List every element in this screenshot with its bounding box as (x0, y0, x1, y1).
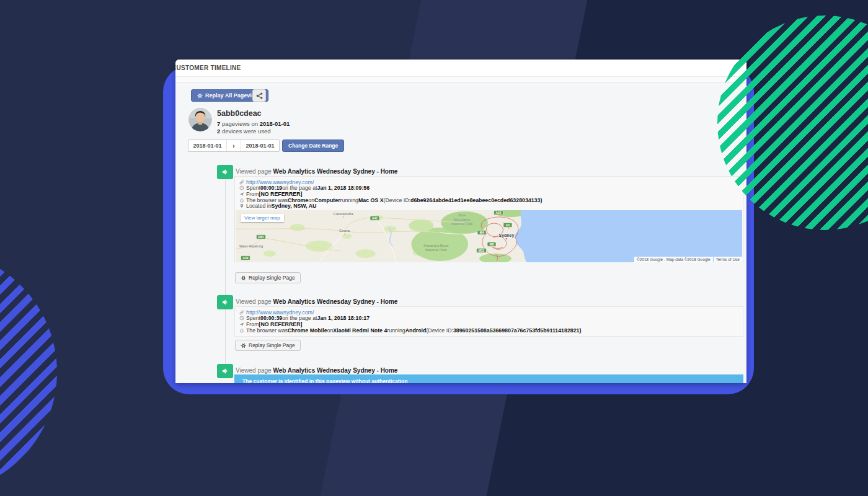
badge-a32: A32 (496, 211, 502, 215)
entry-title: Viewed page Web Analytics Wednesday Sydn… (236, 367, 397, 374)
map-label-kanangra-2: National Park (425, 248, 447, 252)
map-canvas: Canowindra Cowra West Wyalong Kanangra B… (236, 210, 742, 262)
map-attribution: ©2018 Google - Map data ©2018 Google Ter… (634, 257, 742, 262)
device-home-icon (239, 328, 244, 333)
pageview-event-icon (217, 364, 233, 378)
replay-gear-icon (241, 275, 246, 281)
visitor-avatar (188, 108, 212, 131)
map-label-canowindra: Canowindra (334, 212, 354, 216)
pageview-event-icon (217, 295, 233, 309)
map-label-blue-2: Mountains (454, 218, 471, 221)
devices-text: devices were used (220, 128, 270, 135)
badge-b64: B64 (259, 236, 264, 239)
badge-m31: M31 (479, 249, 485, 252)
badge-a41: A41 (372, 217, 378, 220)
replay-single-label: Replay Single Page (249, 275, 295, 281)
time-spent-line: Spent 00:00:19 on the page at Jan 1, 201… (239, 185, 738, 192)
location-map[interactable]: Canowindra Cowra West Wyalong Kanangra B… (236, 210, 742, 262)
device-home-icon (239, 198, 244, 203)
viewed-page-label: Viewed page (236, 168, 273, 175)
identified-customer-banner: The customer is identified in this pagev… (234, 374, 743, 383)
badge-m8: M8 (490, 243, 494, 246)
timeline-connector (225, 170, 226, 374)
replay-gear-icon (241, 343, 246, 348)
map-label-cowra: Cowra (339, 229, 350, 232)
pageviews-summary: 7 pageviews on 2018-01-01 (217, 120, 290, 127)
map-label-blue-3: National Park (451, 222, 473, 226)
clock-icon (239, 185, 244, 190)
location-pin-icon (239, 203, 244, 208)
devices-summary: 2 devices were used (217, 128, 271, 135)
speaker-icon (222, 169, 229, 175)
page-url-link[interactable]: http://www.wawsydney.com/ (246, 309, 314, 316)
share-button[interactable] (252, 89, 266, 102)
viewed-page-label: Viewed page (236, 367, 273, 374)
clock-icon (239, 316, 244, 321)
page-title-text: Web Analytics Wednesday Sydney - Home (273, 168, 397, 175)
map-label-kanangra-1: Kanangra Boyd (423, 244, 448, 247)
browser-line: The browser was Chrome on Computer runni… (239, 197, 738, 203)
referrer-line: From [NO REFERRER] (239, 191, 738, 197)
change-date-range-button[interactable]: Change Date Range (282, 140, 344, 152)
link-icon (239, 180, 244, 185)
map-label-sydney: Sydney (499, 233, 515, 238)
change-date-range-label: Change Date Range (288, 143, 338, 149)
entry-title: Viewed page Web Analytics Wednesday Sydn… (236, 168, 397, 175)
speaker-icon (222, 299, 229, 306)
speaker-icon (222, 368, 229, 374)
pageview-event-icon (217, 165, 233, 179)
map-label-blue-1: Blue (458, 213, 466, 217)
visitor-id: 5abb0cdeac (217, 109, 262, 118)
page-url-link[interactable]: http://www.wawsydney.com/ (246, 179, 314, 185)
date-end-input[interactable]: 2018-01-01 (241, 140, 279, 151)
card-header: CUSTOMER TIMELINE (175, 60, 746, 77)
badge-a39: A39 (243, 257, 249, 260)
replay-gear-icon (197, 93, 203, 99)
share-icon (256, 92, 263, 99)
time-spent-line: Spent 00:00:39 on the page at Jan 1, 201… (239, 316, 738, 322)
location-line: Located in Sydney, NSW, AU (239, 203, 738, 209)
referrer-plane-icon (239, 322, 244, 327)
map-label-west-wyalong: West Wyalong (239, 244, 263, 248)
entry-detail-box: http://www.wawsydney.com/ Spent 00:00:39… (234, 306, 743, 337)
page-title-text: Web Analytics Wednesday Sydney - Home (273, 298, 397, 305)
decor-striped-circle-blue (0, 250, 57, 494)
referrer-line: From [NO REFERRER] (239, 321, 738, 327)
entry-detail-box: http://www.wawsydney.com/ Spent 00:00:19… (234, 176, 743, 262)
viewed-page-label: Viewed page (236, 298, 273, 305)
page-title: CUSTOMER TIMELINE (175, 64, 241, 71)
url-line: http://www.wawsydney.com/ (239, 179, 738, 185)
referrer-plane-icon (239, 192, 244, 197)
terms-of-use-link[interactable]: Terms of Use (714, 257, 742, 262)
replay-single-label: Replay Single Page (249, 342, 295, 348)
replay-single-page-button[interactable]: Replay Single Page (235, 340, 301, 351)
badge-a3: A3 (506, 224, 510, 227)
date-range-control: 2018-01-01 › 2018-01-01 (188, 140, 280, 152)
customer-timeline-window: CUSTOMER TIMELINE Replay All Pageviews (175, 60, 746, 383)
header-divider (175, 77, 746, 82)
date-start-input[interactable]: 2018-01-01 (188, 140, 226, 151)
entry-title: Viewed page Web Analytics Wednesday Sydn… (236, 298, 397, 305)
replay-single-page-button[interactable]: Replay Single Page (235, 272, 301, 283)
date-range-chevron-icon: › (226, 140, 241, 151)
view-larger-map-link[interactable]: View larger map (241, 214, 284, 222)
page-title-text: Web Analytics Wednesday Sydney - Home (273, 367, 397, 374)
link-icon (239, 310, 244, 315)
pageviews-date: 2018-01-01 (260, 120, 290, 127)
url-line: http://www.wawsydney.com/ (239, 309, 738, 316)
badge-m4: M4 (480, 231, 484, 234)
map-copyright: ©2018 Google - Map data ©2018 Google (634, 257, 713, 262)
pageviews-text: pageviews on (220, 120, 259, 127)
browser-line: The browser was Chrome Mobile on XiaoMi … (239, 327, 738, 334)
